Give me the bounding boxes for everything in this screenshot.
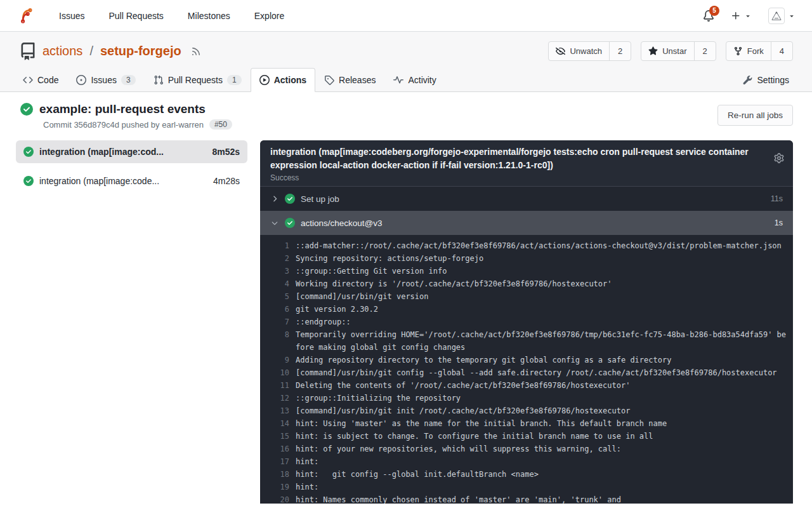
job-duration: 4m28s <box>213 176 240 186</box>
tab-label: Activity <box>408 75 436 85</box>
log-line-number[interactable]: 6 <box>270 303 289 316</box>
step-actions-checkout[interactable]: actions/checkout@v3 1s <box>260 211 793 235</box>
watch-count[interactable]: 2 <box>609 42 631 60</box>
log-line-number[interactable]: 17 <box>270 455 289 468</box>
issue-opened-icon <box>76 75 86 85</box>
log-line: 7::endgroup:: <box>270 316 793 328</box>
fork-button[interactable]: Fork 4 <box>726 41 793 61</box>
actions-run-view: example: pull-request events Commit 356d… <box>0 92 812 504</box>
log-line-number[interactable]: 15 <box>270 430 289 443</box>
log-line: 5[command]/usr/bin/git version <box>270 290 793 303</box>
log-line-number[interactable]: 3 <box>270 265 289 277</box>
rss-icon[interactable] <box>191 46 201 57</box>
notifications-button[interactable]: 5 <box>703 10 714 22</box>
tab-settings[interactable]: Settings <box>733 68 798 92</box>
check-circle-icon <box>23 147 34 157</box>
log-line-text: ::add-matcher::/root/.cache/act/bf320ef3… <box>296 239 787 252</box>
tab-label: Issues <box>91 75 116 85</box>
step-setup-job[interactable]: Set up job 11s <box>260 187 793 211</box>
log-line-text: [command]/usr/bin/git init /root/.cache/… <box>296 404 787 417</box>
star-icon <box>648 46 658 56</box>
log-line-text: Adding repository directory to the tempo… <box>296 354 787 366</box>
log-line-text: hint: is subject to change. To configure… <box>296 430 787 443</box>
pulse-icon <box>393 75 403 85</box>
tab-label: Pull Requests <box>168 75 223 85</box>
caret-down-icon <box>744 12 752 20</box>
rerun-all-jobs-button[interactable]: Re-run all jobs <box>717 105 793 126</box>
breadcrumb: actions / setup-forgejo <box>19 43 201 60</box>
log-line-number[interactable]: 11 <box>270 379 289 392</box>
log-line: 16hint: of your new repositories, which … <box>270 443 793 455</box>
play-circle-icon <box>259 75 270 85</box>
repo-name-link[interactable]: setup-forgejo <box>100 44 181 58</box>
fork-count[interactable]: 4 <box>771 42 792 60</box>
log-line: 18hint: git config --global init.default… <box>270 468 793 481</box>
log-line-number[interactable]: 1 <box>270 239 289 252</box>
job-status: Success <box>270 173 763 182</box>
star-count[interactable]: 2 <box>694 42 716 60</box>
gear-icon[interactable] <box>774 153 784 182</box>
tab-releases[interactable]: Releases <box>315 68 384 92</box>
log-line: 11Deleting the contents of '/root/.cache… <box>270 379 793 392</box>
job-list-item[interactable]: integration (map[image:code... 4m28s <box>16 170 247 192</box>
nav-item-explore[interactable]: Explore <box>254 11 284 21</box>
tab-activity[interactable]: Activity <box>384 68 445 92</box>
tab-label: Code <box>37 75 58 85</box>
log-line-text: hint: <box>296 481 787 493</box>
log-line: 9Adding repository directory to the temp… <box>270 354 793 366</box>
log-line-number[interactable]: 14 <box>270 417 289 430</box>
log-line-number[interactable]: 13 <box>270 404 289 417</box>
log-line-number[interactable]: 18 <box>270 468 289 481</box>
job-name: integration (map[image:cod... <box>39 147 164 157</box>
log-line: 1::add-matcher::/root/.cache/act/bf320ef… <box>270 239 793 252</box>
nav-item-pull-requests[interactable]: Pull Requests <box>108 11 163 21</box>
chevron-right-icon <box>270 194 279 203</box>
notification-count-badge: 5 <box>709 6 719 16</box>
run-title: example: pull-request events <box>39 102 206 116</box>
log-line-number[interactable]: 20 <box>270 493 289 504</box>
log-line-number[interactable]: 2 <box>270 252 289 265</box>
log-line: 14hint: Using 'master' as the name for t… <box>270 417 793 430</box>
log-line-number[interactable]: 9 <box>270 354 289 366</box>
log-line-text: hint: Using 'master' as the name for the… <box>296 417 787 430</box>
log-line-text: ::endgroup:: <box>296 316 787 328</box>
log-line-number[interactable]: 12 <box>270 392 289 404</box>
job-list-item[interactable]: integration (map[image:cod... 8m52s <box>16 140 247 163</box>
job-log-panel: integration (map[image:codeberg.org/forg… <box>260 140 793 504</box>
run-number-badge: #50 <box>209 119 232 130</box>
log-line-number[interactable]: 10 <box>270 366 289 379</box>
repo-owner-link[interactable]: actions <box>43 44 82 58</box>
unstar-button[interactable]: Unstar 2 <box>641 41 716 61</box>
check-circle-icon <box>285 194 295 204</box>
log-line: 20hint: Names commonly chosen instead of… <box>270 493 793 504</box>
log-line-number[interactable]: 19 <box>270 481 289 493</box>
log-line: 2Syncing repository: actions/setup-forge… <box>270 252 793 265</box>
chevron-down-icon <box>270 218 279 227</box>
nav-item-milestones[interactable]: Milestones <box>188 11 230 21</box>
log-line: 17hint: <box>270 455 793 468</box>
tag-icon <box>324 75 334 85</box>
log-line-number[interactable]: 8 <box>270 328 289 354</box>
nav-item-issues[interactable]: Issues <box>59 11 84 21</box>
log-line-text: [command]/usr/bin/git version <box>296 290 787 303</box>
tab-issues[interactable]: Issues 3 <box>67 68 144 92</box>
create-new-button[interactable] <box>731 11 752 21</box>
log-line-text: [command]/usr/bin/git config --global --… <box>296 366 787 379</box>
check-circle-icon <box>23 176 34 186</box>
tab-label: Actions <box>274 75 306 85</box>
unwatch-button[interactable]: Unwatch 2 <box>548 41 631 61</box>
log-line-number[interactable]: 16 <box>270 443 289 455</box>
unwatch-label: Unwatch <box>570 46 602 56</box>
log-line: 3::group::Getting Git version info <box>270 265 793 277</box>
check-circle-icon <box>285 218 295 228</box>
log-line-number[interactable]: 5 <box>270 290 289 303</box>
log-line-number[interactable]: 4 <box>270 277 289 290</box>
log-line-number[interactable]: 7 <box>270 316 289 328</box>
tab-code[interactable]: Code <box>14 68 67 92</box>
tab-pull-requests[interactable]: Pull Requests 1 <box>145 68 251 92</box>
tab-actions[interactable]: Actions <box>251 68 315 92</box>
log-line-text: Deleting the contents of '/root/.cache/a… <box>296 379 787 392</box>
tab-label: Releases <box>339 75 376 85</box>
user-menu-button[interactable] <box>768 8 796 24</box>
forgejo-logo[interactable] <box>18 7 35 24</box>
